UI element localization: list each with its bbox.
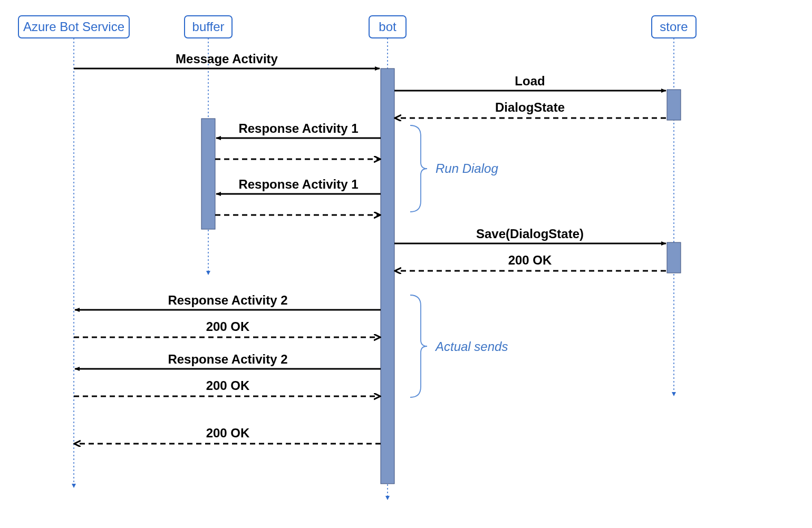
activation-bot [381, 69, 394, 484]
participant-azure: Azure Bot Service [18, 16, 129, 486]
brace-run-dialog-label: Run Dialog [436, 161, 498, 175]
brace-run-dialog: Run Dialog [410, 125, 498, 212]
message-activity: Message Activity [74, 52, 380, 69]
message-dialogstate: DialogState [395, 100, 666, 118]
message-resp2b: Response Activity 2 [75, 352, 381, 369]
participant-buffer-label: buffer [192, 19, 225, 34]
brace-actual-sends: Actual sends [410, 295, 508, 397]
message-final-return-label: 200 OK [206, 426, 250, 440]
activation-buffer [201, 119, 215, 229]
brace-actual-sends-label: Actual sends [434, 339, 508, 354]
message-save: Save(DialogState) [394, 227, 666, 243]
participant-store: store [652, 16, 696, 394]
message-dialogstate-label: DialogState [495, 100, 565, 114]
message-resp2b-return: 200 OK [74, 378, 380, 396]
message-resp1a-label: Response Activity 1 [238, 121, 358, 135]
participant-store-label: store [660, 19, 688, 34]
message-resp2a-return-label: 200 OK [206, 319, 250, 334]
participant-azure-label: Azure Bot Service [23, 19, 124, 34]
message-resp2b-label: Response Activity 2 [168, 352, 287, 366]
message-resp2a-label: Response Activity 2 [168, 293, 287, 307]
activation-store-2 [667, 242, 681, 273]
sequence-diagram: Azure Bot Service buffer bot store Messa… [0, 0, 812, 528]
message-load-label: Load [515, 74, 545, 88]
message-resp2a: Response Activity 2 [75, 293, 381, 310]
message-resp1a: Response Activity 1 [216, 121, 381, 138]
message-final-return: 200 OK [75, 426, 381, 444]
message-save-return: 200 OK [395, 253, 666, 271]
message-load: Load [394, 74, 666, 91]
message-save-label: Save(DialogState) [476, 227, 584, 241]
message-resp2b-return-label: 200 OK [206, 378, 250, 393]
message-save-return-label: 200 OK [508, 253, 552, 267]
message-resp1b-label: Response Activity 1 [238, 177, 358, 191]
participant-bot-label: bot [379, 19, 397, 34]
activation-store-1 [667, 90, 681, 120]
message-activity-label: Message Activity [176, 52, 278, 66]
message-resp1b: Response Activity 1 [216, 177, 381, 194]
message-resp2a-return: 200 OK [74, 319, 380, 337]
